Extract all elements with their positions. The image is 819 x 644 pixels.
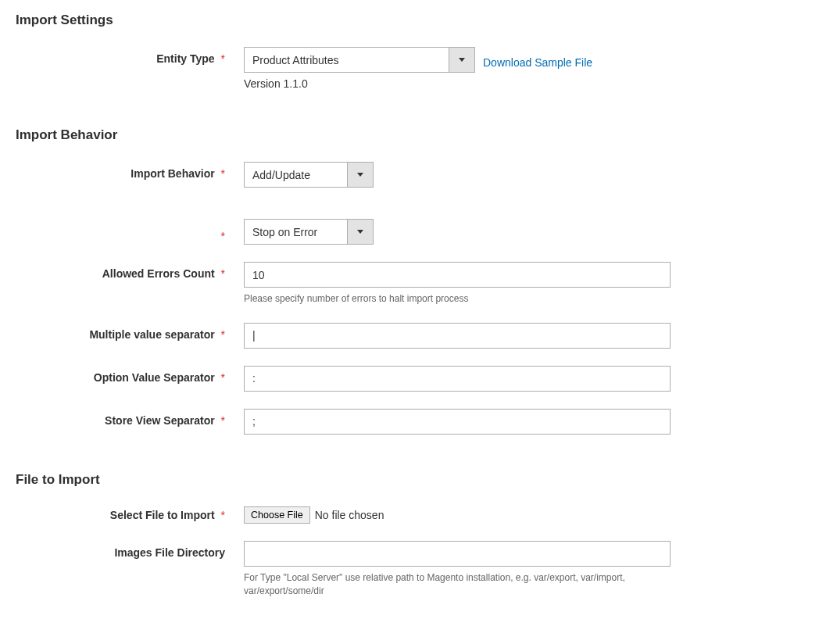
required-asterisk: *	[221, 167, 225, 180]
allowed-errors-input[interactable]	[244, 262, 671, 288]
allowed-errors-label-text: Allowed Errors Count	[102, 267, 215, 280]
validation-strategy-select-value: Stop on Error	[245, 220, 347, 244]
required-asterisk: *	[221, 230, 225, 242]
validation-strategy-select[interactable]: Stop on Error	[244, 219, 374, 245]
images-dir-note: For Type "Local Server" use relative pat…	[244, 571, 650, 598]
required-asterisk: *	[221, 52, 225, 65]
select-file-label-text: Select File to Import	[110, 509, 215, 521]
entity-type-select-button[interactable]	[449, 48, 474, 72]
images-dir-input[interactable]	[244, 541, 671, 567]
section-title-import-settings: Import Settings	[16, 13, 803, 28]
required-asterisk: *	[221, 414, 225, 427]
multi-sep-label-text: Multiple value separator	[89, 328, 214, 341]
validation-strategy-label: *	[16, 219, 244, 242]
import-behavior-select-value: Add/Update	[245, 163, 347, 187]
chevron-down-icon	[357, 173, 363, 177]
option-sep-input[interactable]	[244, 366, 671, 392]
entity-type-label-text: Entity Type	[156, 52, 214, 65]
multi-sep-input[interactable]	[244, 323, 671, 349]
images-dir-label: Images File Directory	[16, 541, 244, 559]
import-behavior-label: Import Behavior *	[16, 162, 244, 180]
multi-sep-label: Multiple value separator *	[16, 323, 244, 341]
images-dir-label-text: Images File Directory	[114, 546, 225, 559]
entity-type-select[interactable]: Product Attributes	[244, 47, 475, 73]
allowed-errors-label: Allowed Errors Count *	[16, 262, 244, 280]
allowed-errors-note: Please specify number of errors to halt …	[244, 292, 681, 306]
import-behavior-label-text: Import Behavior	[131, 167, 214, 180]
required-asterisk: *	[221, 371, 225, 384]
entity-type-select-value: Product Attributes	[245, 48, 449, 72]
required-asterisk: *	[221, 509, 225, 521]
choose-file-button[interactable]: Choose File	[244, 506, 310, 524]
chevron-down-icon	[459, 58, 465, 62]
required-asterisk: *	[221, 267, 225, 280]
select-file-label: Select File to Import *	[16, 506, 244, 521]
store-sep-label: Store View Separator *	[16, 409, 244, 427]
option-sep-label-text: Option Value Separator	[94, 371, 215, 384]
option-sep-label: Option Value Separator *	[16, 366, 244, 384]
file-chosen-status: No file chosen	[315, 509, 384, 521]
download-sample-file-link[interactable]: Download Sample File	[483, 51, 592, 69]
required-asterisk: *	[221, 328, 225, 341]
chevron-down-icon	[357, 230, 363, 234]
section-title-file-to-import: File to Import	[16, 472, 803, 488]
import-behavior-select[interactable]: Add/Update	[244, 162, 374, 188]
entity-type-label: Entity Type *	[16, 47, 244, 65]
import-behavior-select-button[interactable]	[347, 163, 373, 187]
store-sep-label-text: Store View Separator	[105, 414, 215, 427]
validation-strategy-select-button[interactable]	[347, 220, 373, 244]
version-text: Version 1.1.0	[244, 77, 681, 90]
store-sep-input[interactable]	[244, 409, 671, 435]
section-title-import-behavior: Import Behavior	[16, 127, 803, 143]
